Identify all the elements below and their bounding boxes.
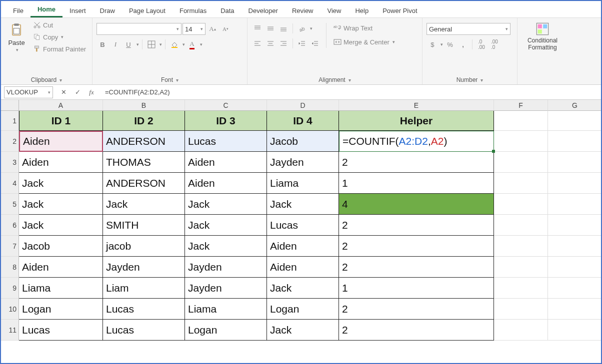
- cell[interactable]: [494, 299, 548, 320]
- cell[interactable]: [548, 278, 602, 299]
- cell[interactable]: [494, 320, 548, 341]
- cell[interactable]: Logan: [185, 320, 267, 341]
- cell[interactable]: 2: [339, 299, 494, 320]
- format-painter-button[interactable]: Format Painter: [31, 44, 88, 54]
- col-header[interactable]: F: [494, 100, 548, 111]
- cell[interactable]: Jayden: [185, 257, 267, 278]
- cell[interactable]: Lucas: [267, 215, 339, 236]
- dialog-launcher-icon[interactable]: ▾: [60, 77, 62, 83]
- shrink-font-button[interactable]: A▾: [220, 23, 232, 34]
- row-header[interactable]: 3: [1, 152, 19, 173]
- cell[interactable]: Liama: [19, 278, 103, 299]
- cut-button[interactable]: Cut: [31, 20, 88, 30]
- tab-insert[interactable]: Insert: [62, 4, 93, 17]
- cell[interactable]: [494, 257, 548, 278]
- cell[interactable]: [494, 236, 548, 257]
- tab-page-layout[interactable]: Page Layout: [122, 4, 172, 17]
- cell[interactable]: 1: [339, 278, 494, 299]
- cell-a2[interactable]: Aiden: [19, 131, 103, 152]
- cell[interactable]: Jack: [19, 173, 103, 194]
- comma-button[interactable]: ,: [457, 39, 469, 50]
- cell[interactable]: [548, 320, 602, 341]
- row-header[interactable]: 7: [1, 236, 19, 257]
- cell[interactable]: ID 2: [103, 111, 185, 131]
- cell[interactable]: ANDERSON: [103, 173, 185, 194]
- dialog-launcher-icon[interactable]: ▾: [348, 77, 351, 83]
- cell[interactable]: [494, 152, 548, 173]
- cell[interactable]: Jack: [103, 194, 185, 215]
- row-header[interactable]: 11: [1, 320, 19, 341]
- percent-button[interactable]: %: [444, 39, 456, 50]
- underline-button[interactable]: U: [122, 39, 134, 50]
- tab-home[interactable]: Home: [30, 2, 62, 17]
- cell[interactable]: Logan: [267, 299, 339, 320]
- cell[interactable]: Jayden: [185, 278, 267, 299]
- increase-indent-button[interactable]: [309, 38, 321, 49]
- fill-color-button[interactable]: [168, 39, 180, 50]
- cell[interactable]: [548, 131, 602, 152]
- font-size-select[interactable]: 14▾: [182, 23, 206, 35]
- cell[interactable]: ID 3: [185, 111, 267, 131]
- cell[interactable]: [494, 194, 548, 215]
- number-format-select[interactable]: General▾: [426, 23, 510, 35]
- cell[interactable]: 2: [339, 152, 494, 173]
- row-header[interactable]: 4: [1, 173, 19, 194]
- tab-developer[interactable]: Developer: [242, 4, 285, 17]
- col-header[interactable]: C: [185, 100, 267, 111]
- cell[interactable]: Lucas: [103, 320, 185, 341]
- cell[interactable]: Jacob: [19, 236, 103, 257]
- cell[interactable]: [494, 215, 548, 236]
- tab-review[interactable]: Review: [285, 4, 320, 17]
- cell[interactable]: [494, 131, 548, 152]
- decrease-decimal-button[interactable]: .00.0: [488, 39, 500, 50]
- formula-input[interactable]: =COUNTIF(A2:D2,A2): [102, 85, 601, 99]
- cell[interactable]: Aiden: [19, 152, 103, 173]
- paste-button[interactable]: Paste ▾: [5, 20, 28, 54]
- cell[interactable]: Jack: [19, 194, 103, 215]
- cell[interactable]: Liama: [267, 173, 339, 194]
- font-color-button[interactable]: A: [186, 39, 198, 50]
- cell[interactable]: 4: [339, 194, 494, 215]
- cell[interactable]: [494, 111, 548, 131]
- cell[interactable]: Jack: [267, 194, 339, 215]
- tab-view[interactable]: View: [320, 4, 348, 17]
- cell[interactable]: [548, 194, 602, 215]
- cell[interactable]: Jayden: [103, 257, 185, 278]
- cell[interactable]: [548, 152, 602, 173]
- formula-enter-button[interactable]: ✓: [73, 88, 82, 96]
- cell[interactable]: jacob: [103, 236, 185, 257]
- align-center-button[interactable]: [264, 38, 276, 49]
- align-bottom-button[interactable]: [278, 23, 290, 34]
- row-header[interactable]: 2: [1, 131, 19, 152]
- cell[interactable]: Aiden: [185, 173, 267, 194]
- dialog-launcher-icon[interactable]: ▾: [176, 77, 178, 83]
- cell[interactable]: [548, 299, 602, 320]
- cell[interactable]: Liam: [103, 278, 185, 299]
- row-header[interactable]: 9: [1, 278, 19, 299]
- cell[interactable]: Lucas: [185, 131, 267, 152]
- merge-center-button[interactable]: Merge & Center▾: [332, 37, 397, 47]
- col-header[interactable]: B: [103, 100, 185, 111]
- cell[interactable]: Aiden: [267, 257, 339, 278]
- cell[interactable]: Jack: [267, 320, 339, 341]
- row-header[interactable]: 1: [1, 111, 19, 131]
- cell[interactable]: [548, 173, 602, 194]
- cell[interactable]: Jack: [185, 215, 267, 236]
- cell[interactable]: [494, 278, 548, 299]
- tab-draw[interactable]: Draw: [93, 4, 122, 17]
- cell[interactable]: SMITH: [103, 215, 185, 236]
- italic-button[interactable]: I: [110, 39, 122, 50]
- orientation-button[interactable]: ab: [296, 23, 308, 34]
- cell[interactable]: THOMAS: [103, 152, 185, 173]
- cell[interactable]: Aiden: [267, 236, 339, 257]
- cell[interactable]: 1: [339, 173, 494, 194]
- cell[interactable]: Jack: [19, 215, 103, 236]
- row-header[interactable]: 6: [1, 215, 19, 236]
- cell[interactable]: Jack: [185, 194, 267, 215]
- cell[interactable]: Jayden: [267, 152, 339, 173]
- cell[interactable]: [494, 173, 548, 194]
- bold-button[interactable]: B: [96, 39, 108, 50]
- tab-power-pivot[interactable]: Power Pivot: [376, 4, 424, 17]
- increase-decimal-button[interactable]: .0.00: [476, 39, 488, 50]
- select-all-button[interactable]: [1, 100, 19, 111]
